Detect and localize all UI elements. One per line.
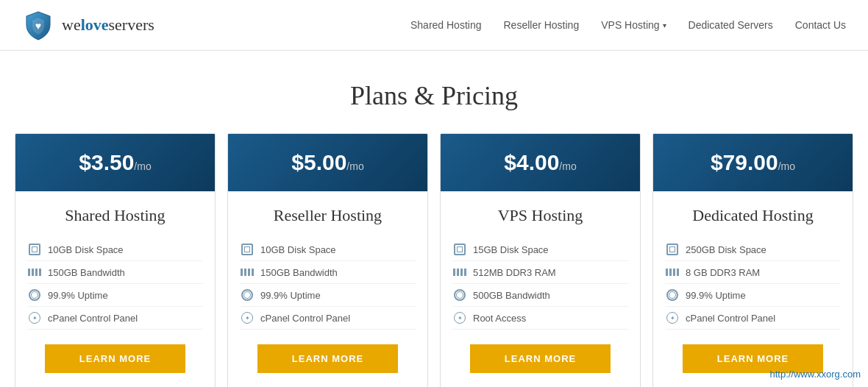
- plan-name-dedicated: Dedicated Hosting: [665, 206, 841, 225]
- plan-card-shared: $3.50/mo Shared Hosting 10GB Disk Space …: [15, 133, 216, 387]
- feature-root-access: Root Access: [452, 307, 628, 330]
- plan-header-vps: $4.00/mo: [441, 134, 640, 191]
- plan-price-shared: $3.50/mo: [27, 150, 203, 175]
- disk-icon: [240, 242, 255, 257]
- plan-features-dedicated: 250GB Disk Space 8 GB DDR3 RAM 99.9% Upt…: [665, 238, 841, 330]
- disk-icon: [452, 242, 467, 257]
- uptime-icon: [665, 288, 680, 302]
- plan-body-vps: VPS Hosting 15GB Disk Space 512MB DDR3 R…: [441, 191, 640, 387]
- bandwidth-icon: [665, 265, 680, 280]
- plan-features-shared: 10GB Disk Space 150GB Bandwidth 99.9% Up…: [27, 238, 203, 330]
- header: ♥ weloveservers Shared Hosting Reseller …: [0, 0, 868, 51]
- feature-cpanel: cPanel Control Panel: [27, 307, 203, 330]
- plan-body-shared: Shared Hosting 10GB Disk Space 150GB Ban…: [15, 191, 215, 387]
- feature-uptime: 99.9% Uptime: [240, 284, 416, 307]
- plan-price-reseller: $5.00/mo: [240, 150, 416, 175]
- plan-price-vps: $4.00/mo: [452, 150, 628, 175]
- chevron-down-icon: ▾: [663, 21, 666, 29]
- disk-icon: [27, 242, 42, 257]
- logo[interactable]: ♥ weloveservers: [22, 9, 154, 41]
- plan-name-vps: VPS Hosting: [452, 206, 628, 225]
- cpanel-icon: [27, 310, 42, 325]
- bandwidth-icon: [452, 265, 467, 280]
- feature-bandwidth: 150GB Bandwidth: [240, 261, 416, 284]
- feature-ram: 8 GB DDR3 RAM: [665, 261, 841, 284]
- plan-price-dedicated: $79.00/mo: [665, 150, 841, 175]
- learn-more-reseller[interactable]: LEARN MORE: [257, 344, 398, 373]
- main-nav: Shared Hosting Reseller Hosting VPS Host…: [410, 19, 846, 31]
- nav-dedicated-servers[interactable]: Dedicated Servers: [689, 19, 773, 31]
- feature-bandwidth: 500GB Bandwidth: [452, 284, 628, 307]
- uptime-icon: [240, 288, 255, 302]
- uptime-icon: [27, 288, 42, 302]
- plan-card-vps: $4.00/mo VPS Hosting 15GB Disk Space 512…: [440, 133, 641, 387]
- disk-icon: [665, 242, 680, 257]
- feature-disk: 10GB Disk Space: [27, 238, 203, 261]
- cpanel-icon: [665, 310, 680, 325]
- logo-icon: ♥: [22, 9, 54, 41]
- bandwidth-icon: [27, 265, 42, 280]
- feature-ram: 512MB DDR3 RAM: [452, 261, 628, 284]
- nav-reseller-hosting[interactable]: Reseller Hosting: [503, 19, 579, 31]
- learn-more-shared[interactable]: LEARN MORE: [45, 344, 185, 373]
- feature-cpanel: cPanel Control Panel: [240, 307, 416, 330]
- feature-disk: 10GB Disk Space: [240, 238, 416, 261]
- feature-bandwidth: 150GB Bandwidth: [27, 261, 203, 284]
- feature-disk: 250GB Disk Space: [665, 238, 841, 261]
- feature-uptime: 99.9% Uptime: [665, 284, 841, 307]
- cpanel-icon: [240, 310, 255, 325]
- svg-text:♥: ♥: [35, 20, 41, 32]
- feature-disk: 15GB Disk Space: [452, 238, 628, 261]
- main-content: Plans & Pricing $3.50/mo Shared Hosting …: [0, 51, 868, 387]
- nav-contact-us[interactable]: Contact Us: [795, 19, 846, 31]
- cpanel-icon: [452, 310, 467, 325]
- plan-body-dedicated: Dedicated Hosting 250GB Disk Space 8 GB …: [653, 191, 853, 387]
- page-title: Plans & Pricing: [15, 80, 853, 111]
- plan-name-shared: Shared Hosting: [27, 206, 203, 225]
- plan-header-dedicated: $79.00/mo: [653, 134, 853, 191]
- plan-name-reseller: Reseller Hosting: [240, 206, 416, 225]
- learn-more-vps[interactable]: LEARN MORE: [470, 344, 611, 373]
- plan-header-reseller: $5.00/mo: [228, 134, 427, 191]
- watermark: http://www.xxorg.com: [769, 369, 861, 380]
- bandwidth-icon: [240, 265, 255, 280]
- plan-features-vps: 15GB Disk Space 512MB DDR3 RAM 500GB Ban…: [452, 238, 628, 330]
- plan-body-reseller: Reseller Hosting 10GB Disk Space 150GB B…: [228, 191, 427, 387]
- plan-header-shared: $3.50/mo: [15, 134, 215, 191]
- uptime-icon: [452, 288, 467, 302]
- logo-text: weloveservers: [62, 15, 154, 35]
- plan-features-reseller: 10GB Disk Space 150GB Bandwidth 99.9% Up…: [240, 238, 416, 330]
- nav-shared-hosting[interactable]: Shared Hosting: [410, 19, 482, 31]
- plan-card-dedicated: $79.00/mo Dedicated Hosting 250GB Disk S…: [652, 133, 853, 387]
- feature-uptime: 99.9% Uptime: [27, 284, 203, 307]
- feature-cpanel: cPanel Control Panel: [665, 307, 841, 330]
- nav-vps-hosting[interactable]: VPS Hosting ▾: [601, 19, 666, 31]
- plans-grid: $3.50/mo Shared Hosting 10GB Disk Space …: [15, 133, 853, 387]
- plan-card-reseller: $5.00/mo Reseller Hosting 10GB Disk Spac…: [227, 133, 428, 387]
